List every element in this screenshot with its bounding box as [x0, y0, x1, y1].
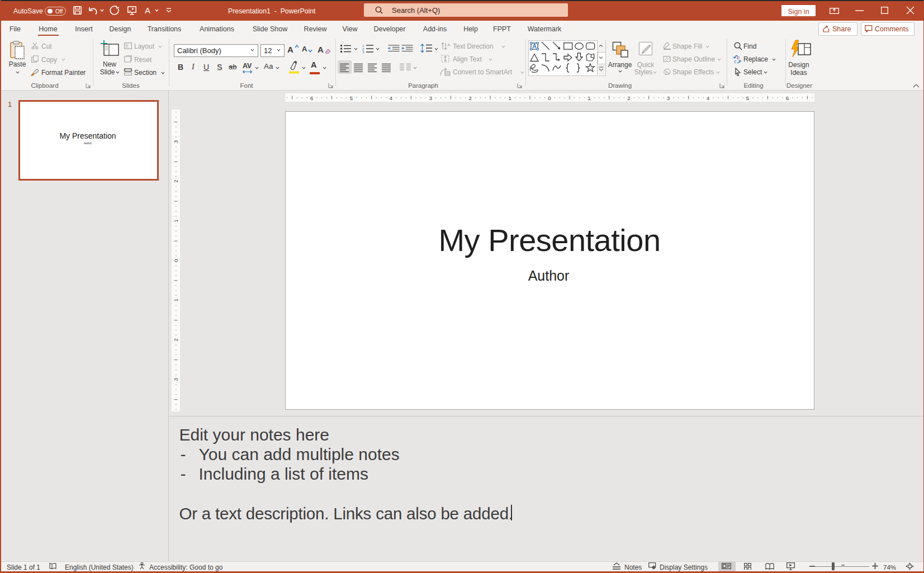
svg-text:4: 4	[390, 95, 392, 101]
svg-text:1: 1	[587, 95, 590, 101]
svg-text:0: 0	[173, 259, 179, 262]
svg-text:4: 4	[707, 95, 709, 101]
svg-text:6: 6	[310, 95, 313, 101]
svg-text:6: 6	[786, 95, 789, 101]
svg-text:3: 3	[429, 95, 432, 101]
svg-text:b: b	[737, 55, 740, 60]
svg-text:2: 2	[469, 95, 472, 101]
svg-text:3: 3	[173, 140, 179, 143]
svg-text:2: 2	[627, 95, 630, 101]
svg-text:1: 1	[173, 219, 179, 222]
svg-text:5: 5	[746, 95, 749, 101]
svg-text:3: 3	[667, 95, 670, 101]
svg-text:5: 5	[350, 95, 353, 101]
svg-text:2: 2	[173, 338, 179, 341]
svg-text:1: 1	[173, 299, 179, 301]
svg-text:3: 3	[173, 378, 179, 381]
svg-text:1: 1	[508, 95, 511, 101]
svg-text:A: A	[533, 43, 537, 49]
svg-text:0: 0	[548, 95, 551, 101]
svg-text:2: 2	[173, 180, 179, 183]
